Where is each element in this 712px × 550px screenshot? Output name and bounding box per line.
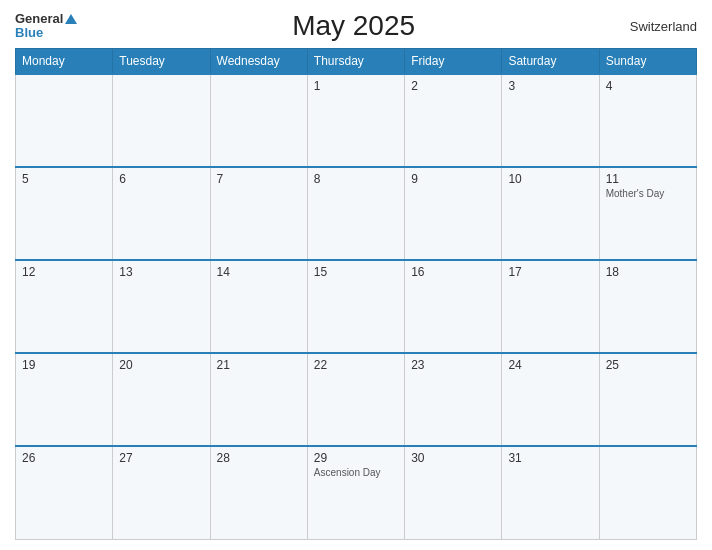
calendar-cell: 6 bbox=[113, 167, 210, 260]
day-number: 30 bbox=[411, 451, 495, 465]
calendar-cell: 4 bbox=[599, 74, 696, 167]
calendar-cell bbox=[599, 446, 696, 539]
logo: General Blue bbox=[15, 12, 77, 41]
calendar-cell: 23 bbox=[405, 353, 502, 446]
calendar-cell: 30 bbox=[405, 446, 502, 539]
day-number: 17 bbox=[508, 265, 592, 279]
calendar-body: 1234567891011Mother's Day121314151617181… bbox=[16, 74, 697, 540]
calendar-cell: 22 bbox=[307, 353, 404, 446]
country-label: Switzerland bbox=[630, 19, 697, 34]
day-number: 16 bbox=[411, 265, 495, 279]
weekday-header-saturday: Saturday bbox=[502, 49, 599, 75]
logo-triangle-icon bbox=[65, 14, 77, 24]
calendar-week-row: 12131415161718 bbox=[16, 260, 697, 353]
calendar-cell: 9 bbox=[405, 167, 502, 260]
day-number: 31 bbox=[508, 451, 592, 465]
day-number: 23 bbox=[411, 358, 495, 372]
calendar-week-row: 19202122232425 bbox=[16, 353, 697, 446]
day-number: 13 bbox=[119, 265, 203, 279]
weekday-header-wednesday: Wednesday bbox=[210, 49, 307, 75]
day-number: 22 bbox=[314, 358, 398, 372]
calendar-cell: 20 bbox=[113, 353, 210, 446]
month-title: May 2025 bbox=[292, 10, 415, 42]
calendar-cell: 19 bbox=[16, 353, 113, 446]
calendar-cell: 28 bbox=[210, 446, 307, 539]
logo-general-text: General bbox=[15, 12, 63, 26]
day-number: 25 bbox=[606, 358, 690, 372]
calendar-cell: 5 bbox=[16, 167, 113, 260]
calendar-header: General Blue May 2025 Switzerland bbox=[15, 10, 697, 42]
calendar-cell: 24 bbox=[502, 353, 599, 446]
calendar-cell: 2 bbox=[405, 74, 502, 167]
calendar-cell: 7 bbox=[210, 167, 307, 260]
calendar-cell bbox=[16, 74, 113, 167]
calendar-table: MondayTuesdayWednesdayThursdayFridaySatu… bbox=[15, 48, 697, 540]
logo-blue-text: Blue bbox=[15, 26, 43, 40]
calendar-cell: 31 bbox=[502, 446, 599, 539]
day-number: 20 bbox=[119, 358, 203, 372]
weekday-header-monday: Monday bbox=[16, 49, 113, 75]
calendar-cell: 3 bbox=[502, 74, 599, 167]
calendar-cell: 18 bbox=[599, 260, 696, 353]
calendar-cell: 27 bbox=[113, 446, 210, 539]
weekday-header-row: MondayTuesdayWednesdayThursdayFridaySatu… bbox=[16, 49, 697, 75]
day-number: 10 bbox=[508, 172, 592, 186]
calendar-header-row: MondayTuesdayWednesdayThursdayFridaySatu… bbox=[16, 49, 697, 75]
day-number: 3 bbox=[508, 79, 592, 93]
calendar-cell bbox=[210, 74, 307, 167]
calendar-cell: 29Ascension Day bbox=[307, 446, 404, 539]
day-number: 2 bbox=[411, 79, 495, 93]
calendar-cell: 21 bbox=[210, 353, 307, 446]
day-number: 26 bbox=[22, 451, 106, 465]
day-number: 14 bbox=[217, 265, 301, 279]
holiday-label: Mother's Day bbox=[606, 188, 690, 199]
day-number: 29 bbox=[314, 451, 398, 465]
calendar-week-row: 567891011Mother's Day bbox=[16, 167, 697, 260]
weekday-header-friday: Friday bbox=[405, 49, 502, 75]
day-number: 21 bbox=[217, 358, 301, 372]
day-number: 7 bbox=[217, 172, 301, 186]
day-number: 27 bbox=[119, 451, 203, 465]
day-number: 28 bbox=[217, 451, 301, 465]
day-number: 24 bbox=[508, 358, 592, 372]
weekday-header-sunday: Sunday bbox=[599, 49, 696, 75]
day-number: 9 bbox=[411, 172, 495, 186]
calendar-cell: 17 bbox=[502, 260, 599, 353]
day-number: 5 bbox=[22, 172, 106, 186]
calendar-cell: 12 bbox=[16, 260, 113, 353]
holiday-label: Ascension Day bbox=[314, 467, 398, 478]
calendar-cell: 8 bbox=[307, 167, 404, 260]
day-number: 11 bbox=[606, 172, 690, 186]
calendar-cell: 25 bbox=[599, 353, 696, 446]
calendar-cell: 10 bbox=[502, 167, 599, 260]
day-number: 4 bbox=[606, 79, 690, 93]
calendar-week-row: 1234 bbox=[16, 74, 697, 167]
day-number: 8 bbox=[314, 172, 398, 186]
calendar-cell: 15 bbox=[307, 260, 404, 353]
calendar-cell: 14 bbox=[210, 260, 307, 353]
day-number: 18 bbox=[606, 265, 690, 279]
calendar-cell: 16 bbox=[405, 260, 502, 353]
weekday-header-thursday: Thursday bbox=[307, 49, 404, 75]
day-number: 15 bbox=[314, 265, 398, 279]
day-number: 1 bbox=[314, 79, 398, 93]
calendar-cell: 11Mother's Day bbox=[599, 167, 696, 260]
calendar-cell: 26 bbox=[16, 446, 113, 539]
day-number: 12 bbox=[22, 265, 106, 279]
day-number: 19 bbox=[22, 358, 106, 372]
weekday-header-tuesday: Tuesday bbox=[113, 49, 210, 75]
calendar-cell: 13 bbox=[113, 260, 210, 353]
calendar-cell: 1 bbox=[307, 74, 404, 167]
day-number: 6 bbox=[119, 172, 203, 186]
calendar-week-row: 26272829Ascension Day3031 bbox=[16, 446, 697, 539]
calendar-cell bbox=[113, 74, 210, 167]
